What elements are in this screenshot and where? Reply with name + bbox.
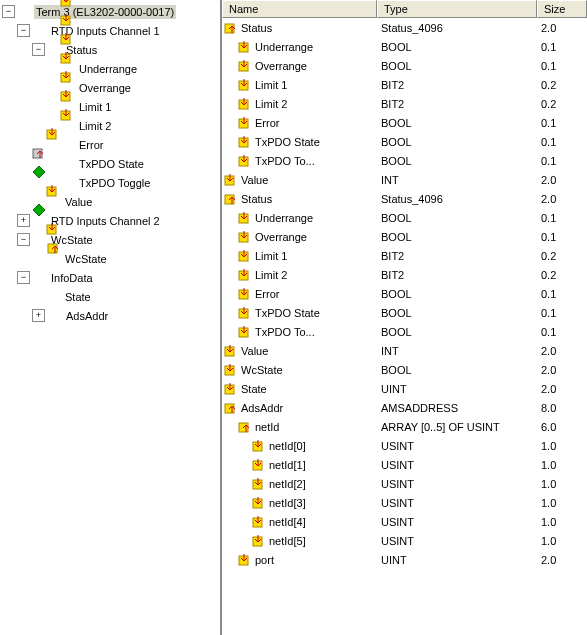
var-icon xyxy=(238,78,252,92)
var-icon xyxy=(224,401,238,415)
table-row[interactable]: ValueINT2.0 xyxy=(222,341,587,360)
cell-size: 0.1 xyxy=(537,212,587,224)
device-tree[interactable]: − Term 3 (EL3202-0000-0017) − RTD Inputs… xyxy=(0,0,222,635)
tree-item[interactable]: State xyxy=(63,290,93,304)
collapse-icon[interactable]: − xyxy=(2,5,15,18)
expand-icon[interactable]: + xyxy=(32,309,45,322)
cell-type: BIT2 xyxy=(377,269,537,281)
col-size[interactable]: Size xyxy=(537,0,587,18)
terminal-icon xyxy=(17,5,31,19)
cell-size: 2.0 xyxy=(537,364,587,376)
cell-size: 6.0 xyxy=(537,421,587,433)
tree-item[interactable]: TxPDO Toggle xyxy=(77,176,152,190)
cell-name: WcState xyxy=(241,364,283,376)
cell-name: Overrange xyxy=(255,231,307,243)
table-row[interactable]: netIdARRAY [0..5] OF USINT6.0 xyxy=(222,417,587,436)
cell-size: 1.0 xyxy=(537,535,587,547)
var-icon xyxy=(238,154,252,168)
cell-name: State xyxy=(241,383,267,395)
tree-item[interactable]: WcState xyxy=(63,252,109,266)
cell-size: 2.0 xyxy=(537,193,587,205)
table-row[interactable]: Limit 1BIT20.2 xyxy=(222,246,587,265)
var-icon xyxy=(252,439,266,453)
table-row[interactable]: StateUINT2.0 xyxy=(222,379,587,398)
cell-size: 0.2 xyxy=(537,250,587,262)
table-row[interactable]: TxPDO StateBOOL0.1 xyxy=(222,132,587,151)
input-group-icon xyxy=(32,24,46,38)
table-row[interactable]: StatusStatus_40962.0 xyxy=(222,18,587,37)
cell-type: ARRAY [0..5] OF USINT xyxy=(377,421,537,433)
var-icon xyxy=(238,230,252,244)
var-icon xyxy=(238,249,252,263)
collapse-icon[interactable]: − xyxy=(17,271,30,284)
table-row[interactable]: TxPDO To...BOOL0.1 xyxy=(222,151,587,170)
cell-name: port xyxy=(255,554,274,566)
collapse-icon[interactable]: − xyxy=(17,24,30,37)
table-row[interactable]: OverrangeBOOL0.1 xyxy=(222,56,587,75)
var-icon xyxy=(252,496,266,510)
expand-icon[interactable]: + xyxy=(17,214,30,227)
tree-item[interactable]: RTD Inputs Channel 2 xyxy=(49,214,162,228)
cell-name: netId xyxy=(255,421,279,433)
table-row[interactable]: netId[1]USINT1.0 xyxy=(222,455,587,474)
tree-item[interactable]: Overrange xyxy=(77,81,133,95)
table-row[interactable]: netId[3]USINT1.0 xyxy=(222,493,587,512)
cell-size: 2.0 xyxy=(537,345,587,357)
cell-type: BOOL xyxy=(377,326,537,338)
table-row[interactable]: netId[5]USINT1.0 xyxy=(222,531,587,550)
var-icon xyxy=(224,344,238,358)
tree-item[interactable]: Limit 2 xyxy=(77,119,113,133)
tree-item[interactable]: Value xyxy=(63,195,94,209)
diamond-icon xyxy=(32,271,46,285)
col-type[interactable]: Type xyxy=(377,0,537,18)
tree-item[interactable]: Error xyxy=(77,138,105,152)
tree-item[interactable]: AdsAddr xyxy=(64,309,110,323)
table-row[interactable]: AdsAddrAMSADDRESS8.0 xyxy=(222,398,587,417)
cell-name: AdsAddr xyxy=(241,402,283,414)
table-row[interactable]: TxPDO StateBOOL0.1 xyxy=(222,303,587,322)
cell-size: 8.0 xyxy=(537,402,587,414)
table-row[interactable]: netId[2]USINT1.0 xyxy=(222,474,587,493)
table-row[interactable]: ErrorBOOL0.1 xyxy=(222,284,587,303)
table-row[interactable]: netId[4]USINT1.0 xyxy=(222,512,587,531)
cell-type: USINT xyxy=(377,516,537,528)
variable-list: Name Type Size StatusStatus_40962.0Under… xyxy=(222,0,587,635)
table-row[interactable]: TxPDO To...BOOL0.1 xyxy=(222,322,587,341)
table-row[interactable]: OverrangeBOOL0.1 xyxy=(222,227,587,246)
cell-type: INT xyxy=(377,174,537,186)
cell-type: USINT xyxy=(377,478,537,490)
cell-name: Status xyxy=(241,193,272,205)
var-icon xyxy=(252,477,266,491)
table-row[interactable]: portUINT2.0 xyxy=(222,550,587,569)
cell-size: 0.1 xyxy=(537,155,587,167)
var-icon xyxy=(238,420,252,434)
tree-item[interactable]: TxPDO State xyxy=(77,157,146,171)
rows-container: StatusStatus_40962.0UnderrangeBOOL0.1Ove… xyxy=(222,18,587,635)
collapse-icon[interactable]: − xyxy=(17,233,30,246)
table-row[interactable]: ValueINT2.0 xyxy=(222,170,587,189)
cell-size: 1.0 xyxy=(537,440,587,452)
struct-icon xyxy=(47,43,61,57)
var-icon xyxy=(224,173,238,187)
table-row[interactable]: UnderrangeBOOL0.1 xyxy=(222,208,587,227)
table-row[interactable]: Limit 2BIT20.2 xyxy=(222,94,587,113)
tree-item[interactable]: Limit 1 xyxy=(77,100,113,114)
var-icon xyxy=(238,97,252,111)
table-row[interactable]: WcStateBOOL2.0 xyxy=(222,360,587,379)
table-row[interactable]: StatusStatus_40962.0 xyxy=(222,189,587,208)
cell-name: Error xyxy=(255,288,279,300)
table-row[interactable]: Limit 2BIT20.2 xyxy=(222,265,587,284)
table-row[interactable]: Limit 1BIT20.2 xyxy=(222,75,587,94)
cell-name: netId[2] xyxy=(269,478,306,490)
var-icon xyxy=(238,306,252,320)
collapse-icon[interactable]: − xyxy=(32,43,45,56)
col-name[interactable]: Name xyxy=(222,0,377,18)
tree-item[interactable]: Underrange xyxy=(77,62,139,76)
table-row[interactable]: ErrorBOOL0.1 xyxy=(222,113,587,132)
var-icon xyxy=(224,363,238,377)
cell-type: BIT2 xyxy=(377,79,537,91)
cell-name: Limit 1 xyxy=(255,250,287,262)
table-row[interactable]: netId[0]USINT1.0 xyxy=(222,436,587,455)
table-row[interactable]: UnderrangeBOOL0.1 xyxy=(222,37,587,56)
cell-type: BOOL xyxy=(377,41,537,53)
